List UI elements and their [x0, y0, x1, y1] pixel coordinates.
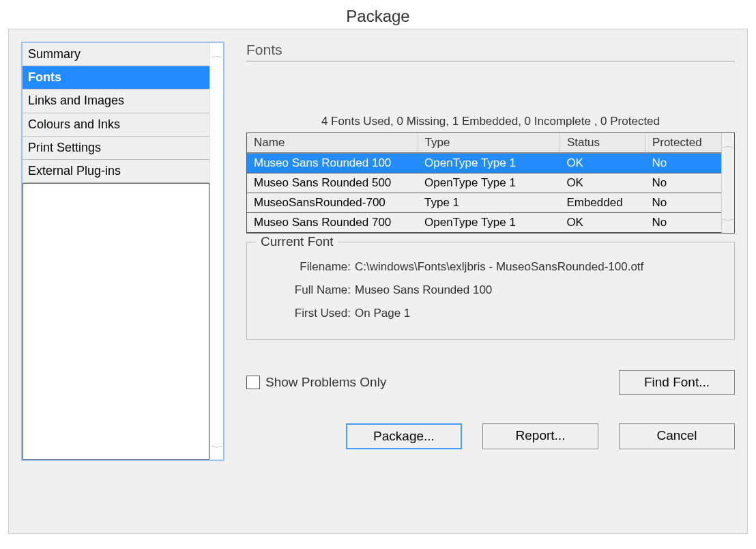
- section-title: Fonts: [246, 42, 735, 61]
- cell-protected: No: [645, 173, 721, 193]
- cell-type: OpenType Type 1: [418, 173, 559, 193]
- cell-type: Type 1: [418, 193, 559, 213]
- show-problems-only-wrap[interactable]: Show Problems Only: [246, 375, 386, 390]
- show-problems-only-label: Show Problems Only: [265, 375, 386, 390]
- show-problems-only-checkbox[interactable]: [246, 376, 260, 389]
- table-row[interactable]: Museo Sans Rounded 500 OpenType Type 1 O…: [247, 173, 721, 193]
- report-button[interactable]: Report...: [482, 423, 598, 449]
- firstused-label: First Used:: [288, 307, 351, 320]
- cell-name: Museo Sans Rounded 100: [247, 153, 418, 173]
- options-row: Show Problems Only Find Font...: [246, 370, 735, 395]
- sidebar-item-links-and-images[interactable]: Links and Images: [23, 89, 209, 113]
- table-row[interactable]: MuseoSansRounded-700 Type 1 Embedded No: [247, 193, 721, 213]
- sidebar-list: Summary Fonts Links and Images Colours a…: [23, 43, 209, 460]
- sidebar-item-print-settings[interactable]: Print Settings: [23, 137, 209, 160]
- sidebar-scrollbar[interactable]: ︿ ﹀: [209, 43, 223, 460]
- col-name[interactable]: Name: [247, 133, 418, 153]
- cell-type: OpenType Type 1: [418, 213, 559, 233]
- scroll-down-icon: ﹀: [722, 216, 734, 225]
- dialog-body: Summary Fonts Links and Images Colours a…: [8, 29, 748, 534]
- scroll-down-icon: ﹀: [211, 442, 223, 452]
- cell-protected: No: [645, 193, 721, 213]
- current-font-group: Current Font Filename: C:\windows\Fonts\…: [246, 242, 735, 340]
- scroll-up-icon: ︿: [722, 141, 734, 150]
- find-font-button[interactable]: Find Font...: [619, 370, 735, 395]
- fonts-summary-line: 4 Fonts Used, 0 Missing, 1 Embedded, 0 I…: [246, 115, 735, 128]
- fonts-table-container: Name Type Status Protected Museo Sans Ro…: [246, 132, 735, 234]
- table-scrollbar[interactable]: ︿ ﹀: [721, 133, 734, 233]
- cell-protected: No: [645, 213, 721, 233]
- firstused-value: On Page 1: [355, 307, 721, 320]
- dialog-buttons: Package... Report... Cancel: [246, 423, 735, 449]
- cell-status: OK: [559, 173, 645, 193]
- fonts-table: Name Type Status Protected Museo Sans Ro…: [247, 133, 721, 233]
- cell-name: MuseoSansRounded-700: [247, 193, 418, 213]
- cell-status: OK: [559, 213, 645, 233]
- cell-type: OpenType Type 1: [418, 153, 559, 173]
- sidebar-item-external-plugins[interactable]: External Plug-ins: [23, 160, 209, 183]
- cell-protected: No: [645, 153, 721, 173]
- sidebar-item-summary[interactable]: Summary: [23, 43, 209, 66]
- main-panel: Fonts 4 Fonts Used, 0 Missing, 1 Embedde…: [246, 42, 735, 521]
- cell-status: OK: [559, 153, 645, 173]
- table-header-row: Name Type Status Protected: [247, 133, 721, 153]
- window-title: Package: [0, 0, 756, 29]
- filename-value: C:\windows\Fonts\exljbris - MuseoSansRou…: [355, 260, 721, 274]
- sidebar-empty-area: [23, 183, 209, 460]
- package-dialog-window: Package Summary Fonts Links and Images C…: [0, 0, 756, 549]
- col-protected[interactable]: Protected: [645, 133, 721, 153]
- current-font-legend: Current Font: [257, 234, 338, 249]
- sidebar: Summary Fonts Links and Images Colours a…: [21, 42, 224, 461]
- scroll-up-icon: ︿: [211, 51, 223, 60]
- fullname-label: Full Name:: [288, 283, 351, 297]
- filename-label: Filename:: [288, 260, 351, 274]
- table-row[interactable]: Museo Sans Rounded 700 OpenType Type 1 O…: [247, 213, 721, 233]
- cell-name: Museo Sans Rounded 700: [247, 213, 418, 233]
- sidebar-item-fonts[interactable]: Fonts: [23, 66, 209, 89]
- cell-name: Museo Sans Rounded 500: [247, 173, 418, 193]
- cancel-button[interactable]: Cancel: [619, 423, 735, 449]
- fullname-value: Museo Sans Rounded 100: [355, 283, 721, 297]
- table-row[interactable]: Museo Sans Rounded 100 OpenType Type 1 O…: [247, 153, 721, 173]
- col-status[interactable]: Status: [559, 133, 645, 153]
- sidebar-item-colours-and-inks[interactable]: Colours and Inks: [23, 113, 209, 137]
- cell-status: Embedded: [559, 193, 645, 213]
- col-type[interactable]: Type: [418, 133, 559, 153]
- package-button[interactable]: Package...: [346, 423, 462, 449]
